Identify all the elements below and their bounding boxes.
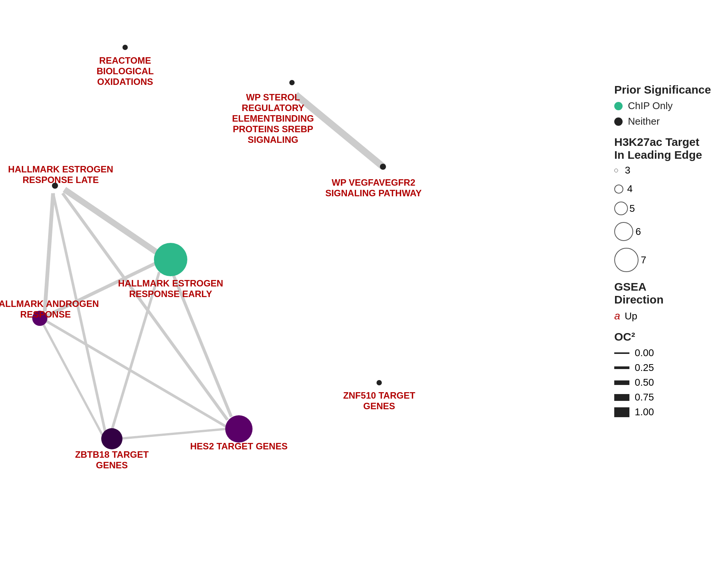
circle-size-4: 4 [614, 183, 713, 195]
circle-size-3: 3 [614, 164, 713, 176]
oc2-line-0 [614, 352, 629, 354]
circle-label-7: 7 [641, 254, 646, 266]
node-hallmark-early[interactable] [154, 243, 187, 276]
oc2-val-75: 0.75 [635, 391, 654, 403]
circle-label-6: 6 [635, 226, 641, 238]
label-wp-vegf2: SIGNALING PATHWAY [325, 188, 422, 198]
edge-androgen-hes2 [45, 320, 228, 427]
label-hes2: HES2 TARGET GENES [190, 441, 288, 451]
oc2-line-25 [614, 366, 629, 369]
oc2-val-0: 0.00 [635, 347, 654, 359]
gsea-up-label: Up [625, 310, 637, 322]
label-reactome2: BIOLOGICAL [97, 66, 154, 76]
main-canvas: REACTOME BIOLOGICAL OXIDATIONS WP STEROL… [0, 0, 728, 582]
circle-label-4: 4 [627, 183, 632, 195]
chip-only-dot [614, 102, 623, 110]
neither-dot [614, 117, 623, 126]
node-hes2[interactable] [225, 415, 253, 443]
oc2-row-0: 0.00 [614, 347, 713, 359]
oc2-line-100 [614, 407, 629, 417]
label-hallmark-early2: RESPONSE EARLY [129, 289, 212, 299]
chip-only-label: ChIP Only [628, 100, 673, 112]
node-wp-vegf[interactable] [380, 164, 386, 170]
oc2-title: OC² [614, 330, 713, 343]
oc2-line-75 [614, 394, 629, 401]
label-wp-sterol3: ELEMENTBINDING [232, 113, 314, 124]
legend-panel: Prior Significance ChIP Only Neither H3K… [614, 83, 713, 421]
gsea-up-item: a Up [614, 310, 713, 322]
label-zbtb182: GENES [96, 460, 128, 470]
oc2-val-25: 0.25 [635, 362, 654, 374]
neither-item: Neither [614, 116, 713, 127]
edge-hes2-zbtb18 [122, 429, 226, 438]
node-znf510[interactable] [377, 380, 382, 385]
circle-size-6: 6 [614, 222, 713, 241]
label-znf5102: GENES [363, 401, 395, 411]
prior-significance-title: Prior Significance [614, 83, 713, 96]
label-hallmark-androgen1: HALLMARK ANDROGEN [0, 299, 99, 309]
circle-label-5: 5 [629, 203, 635, 214]
gsea-direction-title: GSEADirection [614, 280, 713, 306]
edge-late-androgen [45, 193, 53, 311]
label-wp-vegf1: WP VEGFAVEGFR2 [332, 177, 416, 188]
node-wp-sterol[interactable] [289, 80, 295, 85]
label-zbtb181: ZBTB18 TARGET [75, 449, 149, 460]
gsea-letter: a [614, 310, 620, 322]
h3k27ac-title: H3K27ac TargetIn Leading Edge [614, 136, 713, 161]
chip-only-item: ChIP Only [614, 100, 713, 112]
oc2-val-100: 1.00 [635, 406, 654, 418]
label-wp-sterol1: WP STEROL [246, 92, 300, 102]
oc2-row-100: 1.00 [614, 406, 713, 418]
oc2-val-50: 0.50 [635, 377, 654, 388]
label-hallmark-late2: RESPONSE LATE [23, 175, 99, 185]
circle-size-5: 5 [614, 202, 713, 215]
oc2-row-25: 0.25 [614, 362, 713, 374]
label-hallmark-early1: HALLMARK ESTROGEN [118, 278, 223, 288]
label-wp-sterol5: SIGNALING [248, 135, 298, 145]
circle-label-3: 3 [625, 164, 630, 176]
label-wp-sterol4: PROTEINS SREBP [233, 124, 313, 134]
label-hallmark-androgen2: RESPONSE [20, 309, 71, 319]
oc2-row-50: 0.50 [614, 377, 713, 388]
label-reactome3: OXIDATIONS [97, 77, 153, 87]
node-reactome[interactable] [122, 45, 128, 50]
oc2-line-50 [614, 380, 629, 385]
oc2-row-75: 0.75 [614, 391, 713, 403]
label-znf5101: ZNF510 TARGET [343, 390, 416, 401]
label-reactome: REACTOME [99, 55, 151, 66]
label-hallmark-late1: HALLMARK ESTROGEN [8, 164, 113, 174]
node-zbtb18[interactable] [101, 428, 122, 449]
circle-size-7: 7 [614, 248, 713, 272]
neither-label: Neither [628, 116, 660, 127]
label-wp-sterol2: REGULATORY [242, 103, 304, 113]
edge-late-early [64, 189, 156, 252]
